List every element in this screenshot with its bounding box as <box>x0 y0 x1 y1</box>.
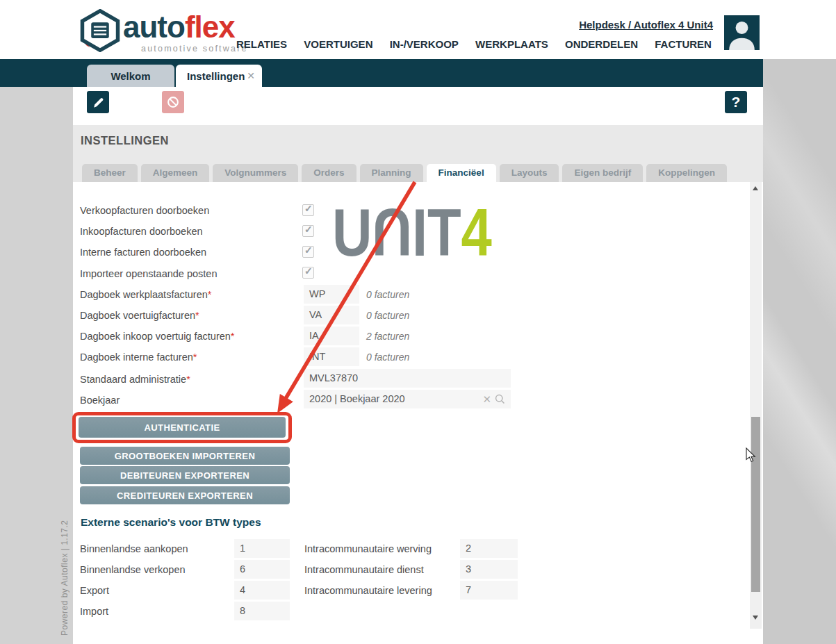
field-label: Intracommunautaire werving <box>304 543 432 554</box>
required-asterisk: * <box>193 352 197 363</box>
tab-instellingen-label: Instellingen <box>187 70 245 82</box>
required-asterisk: * <box>208 289 212 300</box>
checkbox-interne-facturen[interactable] <box>302 246 314 258</box>
clear-icon[interactable]: ✕ <box>482 390 491 408</box>
tab-welkom[interactable]: Welkom <box>87 65 174 87</box>
tab-beheer[interactable]: Beheer <box>82 164 138 182</box>
tab-welkom-label: Welkom <box>110 70 150 82</box>
facturen-count: 2 facturen <box>366 331 409 342</box>
nav-item-relaties[interactable]: RELATIES <box>236 38 287 50</box>
input-intracommunautaire-werving[interactable]: 2 <box>460 539 518 558</box>
autoflex-logo-icon <box>78 9 122 52</box>
field-label: Interne facturen doorboeken <box>80 247 206 258</box>
tab-layouts[interactable]: Layouts <box>500 164 559 182</box>
logo-word-flex: flex <box>185 10 235 44</box>
nav-item-onderdelen[interactable]: ONDERDELEN <box>565 38 638 50</box>
grootboeken-importeren-button[interactable]: GROOTBOEKEN IMPORTEREN <box>80 447 290 465</box>
lookup-icon[interactable] <box>494 393 506 405</box>
person-icon <box>724 15 760 50</box>
field-label: Dagboek interne facturen* <box>80 352 197 363</box>
input-dagboek-werkplaats[interactable]: WP <box>304 285 359 304</box>
nav-item-voertuigen[interactable]: VOERTUIGEN <box>304 38 372 50</box>
unit4-logo: UUIT4 <box>332 199 492 266</box>
crediteuren-exporteren-button[interactable]: CREDITEUREN EXPORTEREN <box>80 486 290 504</box>
field-label: Importeer openstaande posten <box>80 268 218 279</box>
nav-item-inverkoop[interactable]: IN-/VERKOOP <box>390 38 459 50</box>
scrollbar-thumb[interactable] <box>751 417 760 592</box>
scroll-down-button[interactable] <box>753 616 758 620</box>
page-title: INSTELLINGEN <box>81 134 169 147</box>
tab-eigen-bedrijf[interactable]: Eigen bedrijf <box>562 164 643 182</box>
tab-orders[interactable]: Orders <box>302 164 356 182</box>
nav-item-werkplaats[interactable]: WERKPLAATS <box>475 38 548 50</box>
input-export[interactable]: 4 <box>234 581 290 600</box>
tab-financieel[interactable]: Financiëel <box>427 164 496 182</box>
help-button[interactable]: ? <box>725 91 747 113</box>
scrollbar-track[interactable] <box>750 182 762 629</box>
field-label: Export <box>80 585 109 596</box>
pencil-icon <box>92 96 105 109</box>
input-dagboek-interne[interactable]: INT <box>304 347 359 366</box>
settings-header-band: INSTELLINGEN Beheer Algemeen Volgnummers… <box>73 125 763 182</box>
edit-button[interactable] <box>87 91 109 113</box>
field-label: Verkoopfacturen doorboeken <box>80 205 209 216</box>
facturen-count: 0 facturen <box>366 310 409 321</box>
input-binnenlandse-aankopen[interactable]: 1 <box>234 539 290 558</box>
field-label: Dagboek werkplaatsfacturen* <box>80 289 211 300</box>
unit4-letters: IT <box>412 195 461 270</box>
field-label: Binnenlandse aankopen <box>80 543 188 554</box>
helpdesk-user-link[interactable]: Helpdesk / Autoflex 4 Unit4 <box>579 19 713 31</box>
input-intracommunautaire-dienst[interactable]: 3 <box>460 560 518 579</box>
app-window: autoflex automotive software RELATIES VO… <box>0 0 836 644</box>
user-avatar[interactable] <box>724 15 760 50</box>
field-label: Boekjaar <box>80 395 120 406</box>
field-label: Dagboek inkoop voertuig facturen* <box>80 331 235 342</box>
input-import[interactable]: 8 <box>234 602 290 620</box>
tab-close-icon[interactable]: ✕ <box>247 70 255 81</box>
checkbox-verkoopfacturen[interactable] <box>302 204 314 216</box>
btw-section-heading: Externe scenario's voor BTW types <box>81 516 261 529</box>
facturen-count: 0 facturen <box>366 289 409 300</box>
logo-wordmark: autoflex <box>123 10 235 44</box>
field-label: Binnenlandse verkopen <box>80 564 186 575</box>
input-intracommunautaire-levering[interactable]: 7 <box>460 581 518 600</box>
field-label: Import <box>80 606 108 617</box>
input-boekjaar[interactable]: 2020 | Boekjaar 2020 ✕ <box>304 390 511 408</box>
document-tab-bar: Welkom Instellingen ✕ <box>0 59 763 87</box>
scroll-up-button[interactable] <box>753 186 758 190</box>
toolbar: ? <box>73 87 763 125</box>
required-asterisk: * <box>195 310 199 321</box>
tab-koppelingen[interactable]: Koppelingen <box>646 164 727 182</box>
nav-item-facturen[interactable]: FACTUREN <box>655 38 712 50</box>
tab-volgnummers[interactable]: Volgnummers <box>213 164 298 182</box>
logo-tagline: automotive software <box>141 44 248 53</box>
field-label: Standaard administratie* <box>80 374 190 385</box>
main-nav: RELATIES VOERTUIGEN IN-/VERKOOP WERKPLAA… <box>236 38 712 50</box>
checkbox-inkoopfacturen[interactable] <box>302 225 314 237</box>
field-label: Dagboek voertuigfacturen* <box>80 310 199 321</box>
checkbox-openstaande-posten[interactable] <box>302 267 314 279</box>
tab-algemeen[interactable]: Algemeen <box>141 164 210 182</box>
required-asterisk: * <box>231 331 235 342</box>
unit4-letter: U <box>332 195 372 270</box>
annotation-highlight-box <box>72 412 292 443</box>
app-header: autoflex automotive software RELATIES VO… <box>0 0 836 59</box>
settings-content: UUIT4 Verkoopfacturen doorboeken Inkoopf… <box>73 182 763 644</box>
input-binnenlandse-verkopen[interactable]: 6 <box>234 560 290 579</box>
unit4-letter-n: U <box>372 199 411 266</box>
input-dagboek-voertuig[interactable]: VA <box>304 306 359 324</box>
unit4-digit: 4 <box>461 195 492 270</box>
right-background <box>763 59 836 644</box>
tab-planning[interactable]: Planning <box>360 164 423 182</box>
debiteuren-exporteren-button[interactable]: DEBITEUREN EXPORTEREN <box>80 466 290 484</box>
tab-instellingen[interactable]: Instellingen ✕ <box>176 65 262 87</box>
input-standaard-administratie[interactable]: MVL37870 <box>304 369 511 388</box>
required-asterisk: * <box>186 374 190 385</box>
prohibition-icon <box>165 94 181 110</box>
input-dagboek-inkoop-voertuig[interactable]: IA <box>304 327 359 345</box>
field-label: Inkoopfacturen doorboeken <box>80 226 203 237</box>
logo-word-auto: auto <box>123 10 185 44</box>
facturen-count: 0 facturen <box>366 352 409 363</box>
block-button[interactable] <box>162 91 184 113</box>
field-label: Intracommunautaire dienst <box>304 564 424 575</box>
